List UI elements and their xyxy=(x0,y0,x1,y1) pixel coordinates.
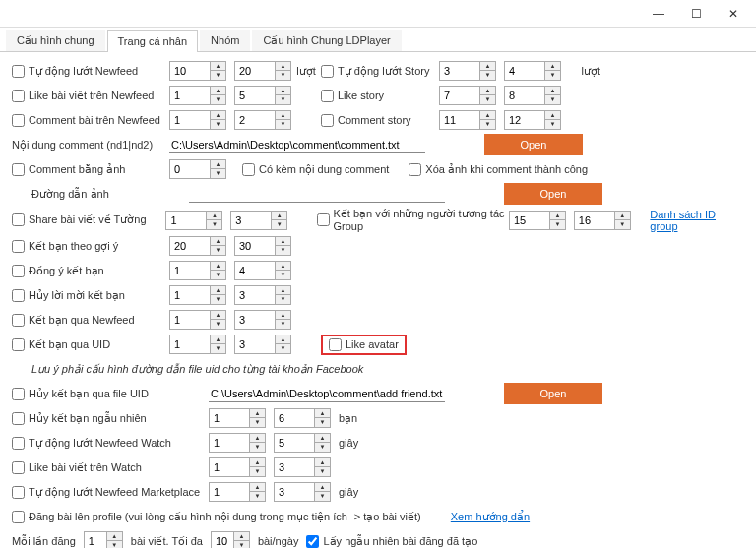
check-friend-suggest[interactable]: Kết bạn theo gợi ý xyxy=(12,240,169,253)
spin-suggest-1[interactable]: ▲▼ xyxy=(169,236,226,256)
spin-likestory-1[interactable]: ▲▼ xyxy=(439,86,496,105)
check-friend-newfeed[interactable]: Kết bạn qua Newfeed xyxy=(12,314,169,327)
check-like-avatar[interactable]: Like avatar xyxy=(321,335,407,355)
check-friend-uid[interactable]: Kết bạn qua UID xyxy=(12,338,169,351)
minimize-button[interactable]: — xyxy=(640,3,677,25)
spin-unrand-2[interactable]: ▲▼ xyxy=(274,408,331,428)
tab-general[interactable]: Cấu hình chung xyxy=(6,30,105,51)
spin-suggest-2[interactable]: ▲▼ xyxy=(234,236,291,256)
spin-group-1[interactable]: ▲▼ xyxy=(509,211,566,230)
spin-unrand-1[interactable]: ▲▼ xyxy=(209,408,266,428)
uid-note: Lưu ý phải cấu hình đường dẫn file uid c… xyxy=(32,363,363,376)
spin-watch-1[interactable]: ▲▼ xyxy=(209,433,266,453)
spin-fuid-1[interactable]: ▲▼ xyxy=(169,335,226,354)
spin-accept-1[interactable]: ▲▼ xyxy=(169,261,226,280)
spin-share-2[interactable]: ▲▼ xyxy=(230,211,287,230)
check-auto-market[interactable]: Tự động lướt Newfeed Marketplace xyxy=(12,486,209,499)
spin-like-2[interactable]: ▲▼ xyxy=(234,86,291,105)
spin-like-1[interactable]: ▲▼ xyxy=(169,86,226,105)
open-addfriend-button[interactable]: Open xyxy=(504,383,602,404)
link-guide[interactable]: Xem hướng dẩn xyxy=(451,511,530,523)
label-comment-content: Nội dung comment (nd1|nd2) xyxy=(12,139,169,152)
check-share-wall[interactable]: Share bài viết về Tường xyxy=(12,213,165,226)
tab-bar: Cấu hình chung Trang cá nhân Nhóm Cấu hì… xyxy=(0,28,756,52)
input-addfriend-path[interactable] xyxy=(209,385,445,402)
spin-newfeed-2[interactable]: ▲▼ xyxy=(234,61,291,81)
tab-group[interactable]: Nhóm xyxy=(200,30,250,51)
spin-group-2[interactable]: ▲▼ xyxy=(574,211,631,230)
check-comment-newfeed[interactable]: Comment bài trên Newfeed xyxy=(12,114,169,127)
input-image-path[interactable] xyxy=(189,185,445,203)
spin-fuid-2[interactable]: ▲▼ xyxy=(234,335,291,354)
spin-accept-2[interactable]: ▲▼ xyxy=(234,261,291,280)
spin-cancel-1[interactable]: ▲▼ xyxy=(169,285,226,305)
spin-newfeed-1[interactable]: ▲▼ xyxy=(169,61,226,81)
open-comment-button[interactable]: Open xyxy=(484,134,583,155)
spin-share-1[interactable]: ▲▼ xyxy=(165,211,222,230)
check-cancel-invite[interactable]: Hủy lời mời kết bạn xyxy=(12,289,169,302)
check-delete-image[interactable]: Xóa ảnh khi comment thành công xyxy=(409,163,588,176)
link-group-id[interactable]: Danh sách ID group xyxy=(650,209,744,232)
spin-fnew-1[interactable]: ▲▼ xyxy=(169,310,226,330)
titlebar: — ☐ ✕ xyxy=(0,0,756,28)
tab-content: Tự động lướt Newfeed ▲▼ ▲▼ lượt Tự động … xyxy=(0,52,756,548)
spin-fnew-2[interactable]: ▲▼ xyxy=(234,310,291,330)
input-comment-path[interactable] xyxy=(169,136,425,153)
spin-cstory-2[interactable]: ▲▼ xyxy=(504,110,561,130)
spin-story-2[interactable]: ▲▼ xyxy=(504,61,561,81)
check-attach-comment[interactable]: Có kèm nội dung comment xyxy=(242,163,389,176)
spin-comment-1[interactable]: ▲▼ xyxy=(169,110,226,130)
spin-market-2[interactable]: ▲▼ xyxy=(274,482,331,502)
spin-market-1[interactable]: ▲▼ xyxy=(209,482,266,502)
spin-likestory-2[interactable]: ▲▼ xyxy=(504,86,561,105)
check-auto-watch[interactable]: Tự động lướt Newfeed Watch xyxy=(12,437,209,450)
spin-cstory-1[interactable]: ▲▼ xyxy=(439,110,496,130)
check-unfriend-random[interactable]: Hủy kết bạn ngẫu nhiên xyxy=(12,412,209,425)
spin-watch-2[interactable]: ▲▼ xyxy=(274,433,331,453)
close-window-button[interactable]: ✕ xyxy=(715,3,752,25)
check-auto-story[interactable]: Tự động lướt Story xyxy=(321,65,439,78)
maximize-button[interactable]: ☐ xyxy=(677,3,715,25)
spin-likewatch-2[interactable]: ▲▼ xyxy=(274,457,331,477)
spin-likewatch-1[interactable]: ▲▼ xyxy=(209,457,266,477)
check-comment-story[interactable]: Comment story xyxy=(321,114,439,127)
spin-cancel-2[interactable]: ▲▼ xyxy=(234,285,291,305)
spin-max[interactable]: ▲▼ xyxy=(211,531,250,548)
check-like-newfeed[interactable]: Like bài viết trên Newfeed xyxy=(12,90,169,102)
tab-profile[interactable]: Trang cá nhân xyxy=(107,30,199,52)
check-friend-group[interactable]: Kết bạn với những người tương tác Group xyxy=(317,208,509,232)
open-image-button[interactable]: Open xyxy=(504,183,602,205)
spin-comment-2[interactable]: ▲▼ xyxy=(234,110,291,130)
check-like-story[interactable]: Like story xyxy=(321,90,439,102)
check-auto-newfeed[interactable]: Tự động lướt Newfeed xyxy=(12,65,169,78)
check-like-watch[interactable]: Like bài viết trên Watch xyxy=(12,461,209,474)
label-image-path: Đường dẫn ảnh xyxy=(32,188,189,201)
spin-each[interactable]: ▲▼ xyxy=(84,531,123,548)
check-comment-image[interactable]: Comment bằng ảnh xyxy=(12,163,169,176)
check-random-post[interactable]: Lấy ngẫu nhiên bài đăng đã tạo xyxy=(306,535,477,548)
spin-story-1[interactable]: ▲▼ xyxy=(439,61,496,81)
tab-ldplayer[interactable]: Cấu hình Chung LDPlayer xyxy=(252,30,401,51)
spin-comment-img[interactable]: ▲▼ xyxy=(169,159,226,179)
check-accept-friend[interactable]: Đồng ý kết bạn xyxy=(12,265,169,277)
check-unfriend-file[interactable]: Hủy kết bạn qua file UID xyxy=(12,388,209,400)
check-post-profile[interactable]: Đăng bài lên profile (vui lòng cấu hình … xyxy=(12,511,421,523)
